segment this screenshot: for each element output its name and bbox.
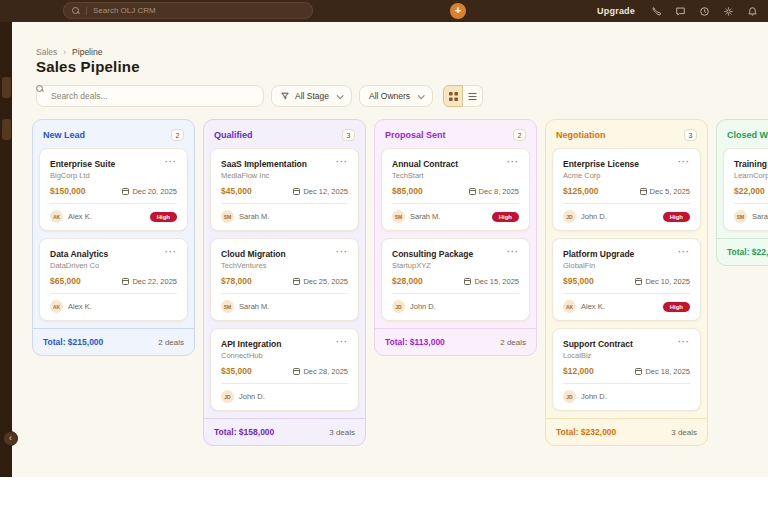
column-cards: SaaS Implementation ··· MediaFlow Inc $4… <box>204 148 365 411</box>
column-footer: Total: $113,000 2 deals <box>375 328 536 355</box>
column-header: Closed Won 1 <box>717 120 768 148</box>
deal-due-date: Dec 12, 2025 <box>293 187 348 196</box>
deal-amount: $125,000 <box>563 186 598 196</box>
more-options-icon[interactable]: ··· <box>507 249 519 255</box>
column-count-badge: 2 <box>513 129 526 141</box>
stage-filter-dropdown[interactable]: All Stage <box>271 85 352 107</box>
breadcrumb-sales[interactable]: Sales <box>36 47 57 57</box>
search-icon <box>72 7 80 15</box>
deal-owner: John D. <box>410 302 519 311</box>
calendar-icon <box>635 278 642 285</box>
breadcrumb-pipeline[interactable]: Pipeline <box>72 47 102 57</box>
toolbar: Search deals... All Stage All Owners <box>36 85 768 107</box>
deal-title: SaaS Implementation <box>221 159 307 169</box>
deal-company: TechStart <box>392 171 519 180</box>
column-title: Proposal Sent <box>385 130 446 140</box>
more-options-icon[interactable]: ··· <box>678 339 690 345</box>
board: New Lead 2 Enterprise Suite ··· BigCorp … <box>32 119 768 477</box>
bell-icon[interactable] <box>747 6 758 17</box>
owners-filter-dropdown[interactable]: All Owners <box>359 85 433 107</box>
deal-company: DataDriven Co <box>50 261 177 270</box>
deal-date: Dec 28, 2025 <box>303 367 348 376</box>
stage-filter-label: All Stage <box>295 91 329 101</box>
deal-date: Dec 25, 2025 <box>303 277 348 286</box>
avatar: JD <box>392 300 405 313</box>
sidebar-item-icon[interactable] <box>2 77 11 98</box>
deal-date: Dec 22, 2025 <box>132 277 177 286</box>
deal-card[interactable]: Cloud Migration ··· TechVentures $78,000… <box>210 238 359 321</box>
more-options-icon[interactable]: ··· <box>678 249 690 255</box>
deal-owner: Sarah M. <box>410 212 487 221</box>
global-search-input[interactable]: Search OLJ CRM <box>63 2 313 19</box>
deal-card[interactable]: Data Analytics ··· DataDriven Co $65,000… <box>39 238 188 321</box>
deal-search-input[interactable]: Search deals... <box>36 85 264 107</box>
chevron-down-icon <box>337 92 344 99</box>
column-footer: Total: $158,000 3 deals <box>204 418 365 445</box>
deal-card[interactable]: Enterprise License ··· Acme Corp $125,00… <box>552 148 701 231</box>
deal-title: Platform Upgrade <box>563 249 634 259</box>
deal-card[interactable]: Annual Contract ··· TechStart $85,000 De… <box>381 148 530 231</box>
deal-owner: Sarah M. <box>239 212 348 221</box>
deal-amount: $45,000 <box>221 186 252 196</box>
more-options-icon[interactable]: ··· <box>336 249 348 255</box>
column-total: Total: $158,000 <box>214 427 274 437</box>
sidebar-collapse-button[interactable]: ‹ <box>3 431 18 446</box>
avatar: SM <box>392 210 405 223</box>
avatar: JD <box>563 390 576 403</box>
pipeline-column: Proposal Sent 2 Annual Contract ··· Tech… <box>374 119 537 356</box>
upgrade-button[interactable]: Upgrade <box>597 6 635 16</box>
priority-badge: High <box>663 302 690 312</box>
calendar-icon <box>640 188 647 195</box>
chat-icon[interactable] <box>675 6 686 17</box>
sidebar-rail <box>0 22 12 477</box>
pipeline-column: Negotiation 3 Enterprise License ··· Acm… <box>545 119 708 446</box>
more-options-icon[interactable]: ··· <box>336 339 348 345</box>
column-cards: Enterprise Suite ··· BigCorp Ltd $150,00… <box>33 148 194 321</box>
avatar: AK <box>50 300 63 313</box>
deal-due-date: Dec 18, 2025 <box>635 367 690 376</box>
more-options-icon[interactable]: ··· <box>165 249 177 255</box>
deal-card[interactable]: Support Contract ··· LocalBiz $12,000 De… <box>552 328 701 411</box>
deal-amount: $22,000 <box>734 186 765 196</box>
deal-title: Training Program <box>734 159 768 169</box>
column-title: New Lead <box>43 130 85 140</box>
deal-amount: $78,000 <box>221 276 252 286</box>
column-footer: Total: $22,000 1 deal <box>717 238 768 265</box>
deal-card[interactable]: Training Program ··· LearnCorp $22,000 S… <box>723 148 768 231</box>
column-cards: Training Program ··· LearnCorp $22,000 S… <box>717 148 768 231</box>
deal-owner: John D. <box>581 212 658 221</box>
sidebar-item-icon[interactable] <box>2 119 11 140</box>
main-content: Sales › Pipeline Sales Pipeline Search d… <box>12 22 768 477</box>
quick-add-button[interactable]: + <box>450 3 466 19</box>
gear-icon[interactable] <box>723 6 734 17</box>
deal-company: StartupXYZ <box>392 261 519 270</box>
deal-card[interactable]: Platform Upgrade ··· GlobalFin $95,000 D… <box>552 238 701 321</box>
more-options-icon[interactable]: ··· <box>678 159 690 165</box>
clock-icon[interactable] <box>699 6 710 17</box>
list-view-button[interactable] <box>463 85 483 107</box>
crm-app: Search OLJ CRM + Upgrade ‹ <box>0 0 768 477</box>
calendar-icon <box>635 368 642 375</box>
deal-owner: John D. <box>581 392 690 401</box>
deal-company: ConnectHub <box>221 351 348 360</box>
deal-date: Dec 10, 2025 <box>645 277 690 286</box>
deal-card[interactable]: Consulting Package ··· StartupXYZ $28,00… <box>381 238 530 321</box>
more-options-icon[interactable]: ··· <box>165 159 177 165</box>
deal-card[interactable]: Enterprise Suite ··· BigCorp Ltd $150,00… <box>39 148 188 231</box>
deal-card[interactable]: SaaS Implementation ··· MediaFlow Inc $4… <box>210 148 359 231</box>
top-bar: Search OLJ CRM + Upgrade <box>0 0 768 22</box>
deal-owner: Sarah M. <box>752 212 768 221</box>
phone-icon[interactable] <box>651 6 662 17</box>
column-total: Total: $22,000 <box>727 247 768 257</box>
deal-amount: $12,000 <box>563 366 594 376</box>
deal-date: Dec 18, 2025 <box>645 367 690 376</box>
calendar-icon <box>293 278 300 285</box>
grid-view-button[interactable] <box>443 85 463 107</box>
more-options-icon[interactable]: ··· <box>507 159 519 165</box>
deal-card[interactable]: API Integration ··· ConnectHub $35,000 D… <box>210 328 359 411</box>
priority-badge: High <box>150 212 177 222</box>
more-options-icon[interactable]: ··· <box>336 159 348 165</box>
column-count-badge: 3 <box>342 129 355 141</box>
avatar: SM <box>221 300 234 313</box>
deal-owner: Alex K. <box>68 302 177 311</box>
